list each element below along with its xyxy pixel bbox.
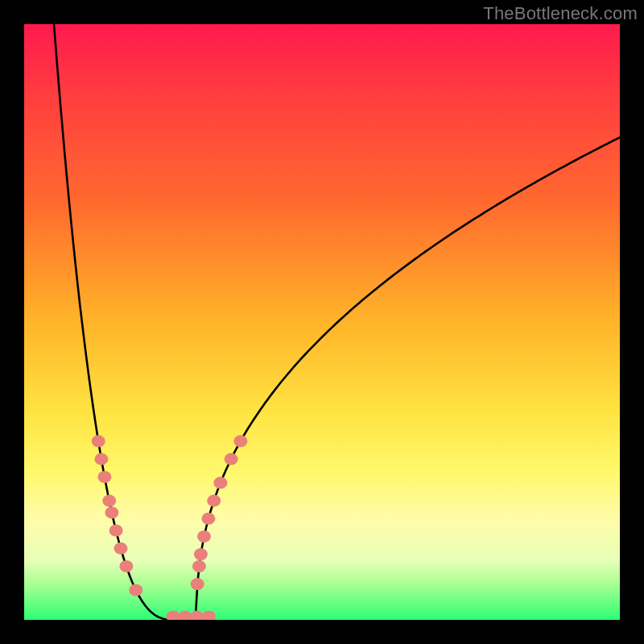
data-dot	[194, 548, 208, 560]
left-dot-cluster	[92, 436, 143, 597]
v-curve	[54, 24, 620, 620]
data-dot	[94, 453, 108, 465]
data-dot	[207, 495, 221, 507]
data-dot	[201, 513, 215, 525]
data-dot	[102, 495, 116, 507]
data-dot	[192, 560, 206, 572]
data-dot	[119, 560, 133, 572]
data-dot	[225, 453, 238, 465]
plot-area	[24, 24, 620, 620]
data-dot	[167, 611, 180, 620]
data-dot	[197, 530, 211, 543]
data-dot	[105, 506, 118, 518]
data-dot	[190, 611, 204, 620]
curve-layer	[24, 24, 620, 620]
chart-container: TheBottleneck.com	[0, 0, 644, 644]
data-dot	[129, 584, 142, 597]
data-dot	[213, 477, 227, 489]
data-dot	[178, 611, 192, 620]
data-dot	[191, 578, 204, 590]
data-dot	[233, 436, 247, 448]
data-dot	[114, 543, 128, 555]
watermark-text: TheBottleneck.com	[483, 3, 638, 24]
data-dot	[92, 436, 105, 448]
bottom-dot-cluster	[167, 611, 216, 620]
data-dot	[97, 471, 111, 483]
data-dot	[202, 611, 216, 620]
data-dot	[109, 525, 123, 537]
right-dot-cluster	[191, 436, 248, 591]
